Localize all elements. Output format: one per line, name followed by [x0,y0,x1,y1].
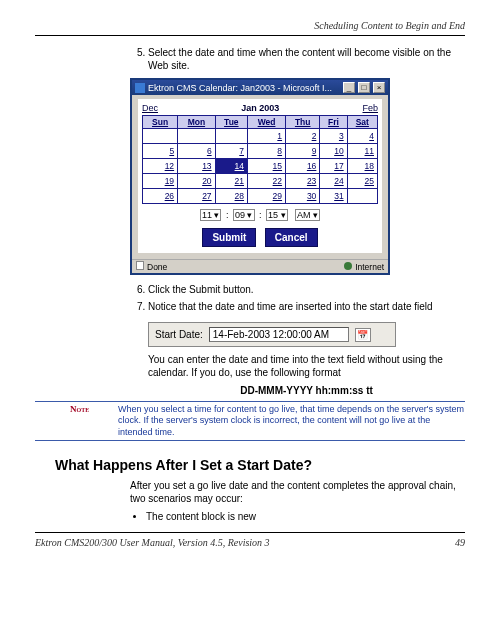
calendar-day-cell[interactable]: 24 [320,174,346,188]
calendar-day-cell[interactable]: 27 [178,189,215,203]
note-text: When you select a time for content to go… [118,404,465,438]
calendar-day-header: Tue [216,116,247,128]
instruction-steps-continued: Click the Submit button. Notice that the… [130,283,465,313]
calendar-day-cell[interactable]: 12 [143,159,177,173]
calendar-day-cell[interactable]: 20 [178,174,215,188]
calendar-day-cell[interactable]: 13 [178,159,215,173]
calendar-day-cell[interactable]: 18 [348,159,377,173]
instruction-steps: Select the date and time when the conten… [130,46,465,72]
format-instruction-text: You can enter the date and time into the… [148,353,465,379]
calendar-day-cell[interactable]: 16 [286,159,319,173]
status-left-text: Done [147,262,167,272]
maximize-button[interactable]: □ [358,82,370,93]
calendar-icon[interactable]: 📅 [355,328,371,342]
header-rule [35,35,465,36]
calendar-day-cell[interactable]: 8 [248,144,285,158]
footer-left: Ektron CMS200/300 User Manual, Version 4… [35,537,270,548]
bullet-item: The content block is new [146,511,465,522]
calendar-day-cell[interactable]: 2 [286,129,319,143]
calendar-day-cell [143,129,177,143]
status-bar: Done Internet [132,259,388,273]
calendar-day-header: Fri [320,116,346,128]
calendar-day-cell[interactable]: 29 [248,189,285,203]
calendar-day-cell[interactable]: 5 [143,144,177,158]
footer-rule [35,532,465,533]
start-date-field-figure: Start Date: 📅 [148,322,396,347]
calendar-day-cell[interactable]: 30 [286,189,319,203]
window-titlebar: Ektron CMS Calendar: Jan2003 - Microsoft… [132,80,388,95]
running-header: Scheduling Content to Begin and End [35,20,465,31]
close-button[interactable]: × [373,82,385,93]
calendar-day-cell[interactable]: 19 [143,174,177,188]
calendar-day-cell[interactable]: 14 [216,159,247,173]
globe-icon [344,262,352,270]
month-title: Jan 2003 [241,103,279,113]
calendar-day-header: Sat [348,116,377,128]
window-title-text: Ektron CMS Calendar: Jan2003 - Microsoft… [148,83,340,93]
step-7: Notice that the date and time are insert… [148,300,465,313]
calendar-grid: SunMonTueWedThuFriSat 123456789101112131… [142,115,378,204]
calendar-day-cell[interactable]: 15 [248,159,285,173]
calendar-window: Ektron CMS Calendar: Jan2003 - Microsoft… [130,78,390,275]
ampm-select[interactable]: AM ▾ [295,209,320,221]
time-picker-row: 11 ▾ : 09 ▾ : 15 ▾ AM ▾ [142,210,378,220]
note-block: Note When you select a time for content … [35,404,465,438]
calendar-day-cell[interactable]: 9 [286,144,319,158]
format-pattern: DD-MMM-YYYY hh:mm:ss tt [148,385,465,396]
step-5: Select the date and time when the conten… [148,46,465,72]
calendar-day-cell [178,129,215,143]
minute-select[interactable]: 09 ▾ [233,209,255,221]
calendar-day-cell [216,129,247,143]
calendar-day-header: Wed [248,116,285,128]
calendar-day-cell[interactable]: 26 [143,189,177,203]
hour-select[interactable]: 11 ▾ [200,209,222,221]
calendar-day-cell[interactable]: 4 [348,129,377,143]
calendar-day-cell[interactable]: 10 [320,144,346,158]
calendar-day-cell[interactable]: 7 [216,144,247,158]
calendar-day-cell[interactable]: 3 [320,129,346,143]
start-date-label: Start Date: [155,329,203,340]
calendar-day-header: Sun [143,116,177,128]
prev-month-link[interactable]: Dec [142,103,158,113]
calendar-day-cell[interactable]: 17 [320,159,346,173]
document-icon [136,261,144,270]
calendar-day-header: Mon [178,116,215,128]
second-select[interactable]: 15 ▾ [266,209,288,221]
minimize-button[interactable]: _ [343,82,355,93]
note-label: Note [70,404,110,438]
submit-button[interactable]: Submit [202,228,256,247]
calendar-day-cell[interactable]: 21 [216,174,247,188]
calendar-day-cell[interactable]: 11 [348,144,377,158]
calendar-day-cell[interactable]: 22 [248,174,285,188]
cancel-button[interactable]: Cancel [265,228,318,247]
page-number: 49 [455,537,465,548]
calendar-day-cell[interactable]: 28 [216,189,247,203]
note-rule-bottom [35,440,465,441]
calendar-day-cell[interactable]: 23 [286,174,319,188]
section-paragraph: After you set a go live date and the con… [130,479,465,505]
calendar-day-cell[interactable]: 6 [178,144,215,158]
calendar-day-cell[interactable]: 31 [320,189,346,203]
calendar-day-header: Thu [286,116,319,128]
start-date-input[interactable] [209,327,349,342]
section-heading: What Happens After I Set a Start Date? [55,457,465,473]
calendar-day-cell[interactable]: 25 [348,174,377,188]
ie-icon [135,83,145,93]
scenario-bullets: The content block is new [130,511,465,522]
status-right-text: Internet [355,262,384,272]
step-6: Click the Submit button. [148,283,465,296]
next-month-link[interactable]: Feb [362,103,378,113]
calendar-day-cell[interactable]: 1 [248,129,285,143]
calendar-screenshot: Ektron CMS Calendar: Jan2003 - Microsoft… [130,78,465,275]
calendar-day-cell [348,189,377,203]
note-rule-top [35,401,465,402]
